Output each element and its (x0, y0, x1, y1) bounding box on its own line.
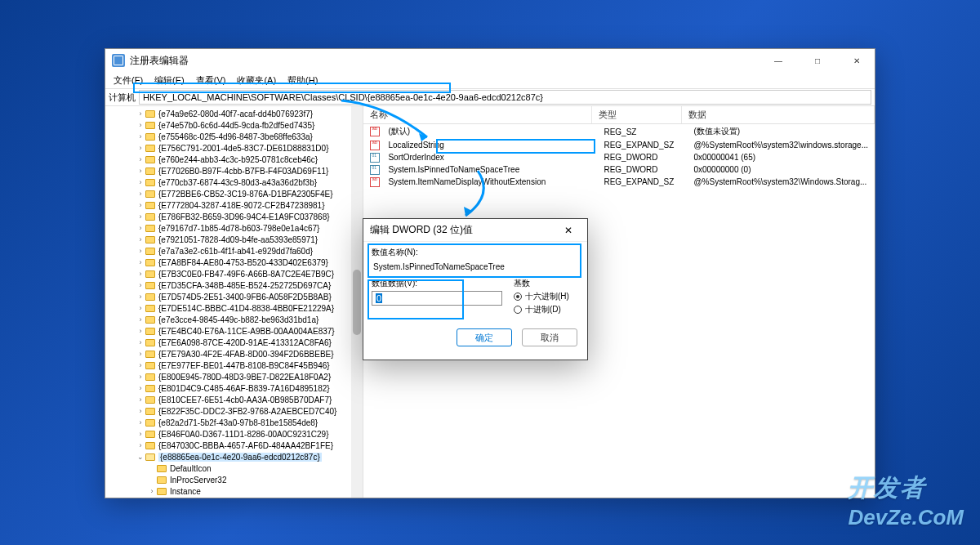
value-row[interactable]: (默认)REG_SZ(数值未设置) (363, 124, 875, 139)
close-button[interactable]: ✕ (845, 56, 868, 65)
chevron-icon[interactable]: › (136, 441, 145, 449)
tree-item[interactable]: ›{E847030C-BBBA-4657-AF6D-484AA42BF1FE} (105, 440, 363, 451)
chevron-icon[interactable]: › (136, 407, 145, 415)
minimize-button[interactable]: — (767, 56, 790, 65)
values-header: 名称 类型 数据 (363, 106, 875, 124)
chevron-icon[interactable]: › (136, 178, 145, 186)
chevron-icon[interactable]: › (136, 338, 145, 346)
tree-item[interactable]: ›{E7E6A098-87CE-420D-91AE-413312AC8FA6} (105, 337, 363, 348)
value-data-label: 数值数据(V): (372, 278, 502, 289)
chevron-icon[interactable]: › (136, 258, 145, 266)
chevron-icon[interactable]: › (136, 155, 145, 163)
tree-item[interactable]: ›{E7D574D5-2E51-3400-9FB6-A058F2D5B8AB} (105, 291, 363, 302)
tree-item[interactable]: ›{e7a7a3e2-c61b-4f1f-ab41-e929dd7fa60d} (105, 245, 363, 257)
chevron-icon[interactable]: › (136, 224, 145, 232)
tree-item[interactable]: ›{e7e3cce4-9845-449c-b882-be963d31bd1a} (105, 314, 363, 325)
tree-item[interactable]: DefaultIcon (105, 462, 363, 474)
tree-item[interactable]: ›Instance (105, 485, 363, 497)
chevron-icon[interactable]: › (136, 304, 145, 312)
tree-item-selected[interactable]: ⌄{e88865ea-0e1c-4e20-9aa6-edcd0212c87c} (105, 451, 363, 462)
value-data-input[interactable]: 0 (372, 291, 502, 306)
radio-hex[interactable]: 十六进制(H) (514, 291, 579, 302)
chevron-icon[interactable]: › (136, 327, 145, 335)
cancel-button[interactable]: 取消 (522, 328, 577, 346)
tree-item-label: {e760e244-abb3-4c3c-b925-0781c8ceb46c} (158, 155, 318, 164)
menu-favorites[interactable]: 收藏夹(A) (234, 73, 279, 88)
folder-icon (145, 282, 155, 289)
tree-pane[interactable]: ›{e74a9e62-080d-40f7-acaf-dd4b076923f7}›… (105, 106, 363, 498)
tree-item[interactable]: ›{E810CEE7-6E51-4cb0-AA3A-0B985B70DAF7} (105, 394, 363, 405)
col-data[interactable]: 数据 (682, 106, 875, 123)
value-row[interactable]: System.ItemNameDisplayWithoutExtensionRE… (363, 176, 875, 188)
value-row[interactable]: LocalizedStringREG_EXPAND_SZ@%SystemRoot… (363, 139, 875, 151)
chevron-icon[interactable]: › (136, 121, 145, 129)
chevron-icon[interactable]: › (136, 132, 145, 141)
chevron-icon[interactable]: › (136, 270, 145, 278)
tree-item[interactable]: ›{E7772804-3287-418E-9072-CF2B47238981} (105, 199, 363, 211)
tree-item[interactable]: ›{E801D4C9-C485-46AF-B839-7A16D4895182} (105, 382, 363, 394)
edit-dword-dialog: 编辑 DWORD (32 位)值 ✕ 数值名称(N): System.IsPin… (363, 218, 588, 360)
chevron-icon[interactable]: › (136, 144, 145, 152)
tree-item[interactable]: InProcServer32 (105, 474, 363, 485)
col-name[interactable]: 名称 (363, 106, 592, 123)
chevron-icon[interactable]: › (136, 350, 145, 358)
chevron-icon[interactable]: › (136, 361, 145, 369)
chevron-icon[interactable]: › (136, 293, 145, 301)
radio-dec[interactable]: 十进制(D) (514, 304, 579, 315)
chevron-icon[interactable]: › (136, 384, 145, 392)
chevron-icon[interactable]: › (136, 201, 145, 209)
chevron-icon[interactable]: › (136, 395, 145, 404)
chevron-icon[interactable]: › (136, 373, 145, 381)
tree-item[interactable]: ›{E800E945-780D-48D3-9BE7-D822EA18F0A2} (105, 371, 363, 382)
value-row[interactable]: System.IsPinnedToNameSpaceTreeREG_DWORD0… (363, 163, 875, 176)
tree-item[interactable]: ›{e79167d7-1b85-4d78-b603-798e0e1a4c67} (105, 222, 363, 234)
chevron-icon[interactable]: › (136, 109, 145, 118)
tree-item[interactable]: ›{E7E4BC40-E76A-11CE-A9BB-00AA004AE837} (105, 325, 363, 337)
chevron-icon[interactable]: › (136, 281, 145, 289)
folder-icon (157, 488, 167, 495)
chevron-icon[interactable]: › (136, 418, 145, 427)
maximize-button[interactable]: □ (806, 56, 829, 65)
menu-file[interactable]: 文件(F) (110, 73, 146, 88)
chevron-icon[interactable]: › (136, 430, 145, 438)
tree-item[interactable]: ›{e82a2d71-5b2f-43a0-97b8-81be15854de8} (105, 417, 363, 428)
col-type[interactable]: 类型 (592, 106, 682, 123)
tree-scrollbar[interactable] (351, 106, 363, 498)
value-row[interactable]: SortOrderIndexREG_DWORD0x00000041 (65) (363, 151, 875, 163)
tree-item[interactable]: ›{e74e57b0-6c6d-44d5-9cda-fb2df5ed7435} (105, 119, 363, 131)
ok-button[interactable]: 确定 (457, 328, 512, 346)
tree-item[interactable]: ›{E772BBE6-CB52-3C19-876A-D1BFA2305F4E} (105, 188, 363, 199)
menu-help[interactable]: 帮助(H) (284, 73, 321, 88)
chevron-icon[interactable]: ⌄ (136, 453, 145, 461)
chevron-icon[interactable]: › (136, 315, 145, 324)
tree-item[interactable]: ›{e770cb37-6874-43c9-80d3-a43a36d2bf3b} (105, 176, 363, 188)
address-path[interactable]: HKEY_LOCAL_MACHINE\SOFTWARE\Classes\CLSI… (139, 90, 871, 105)
chevron-icon[interactable]: › (136, 247, 145, 255)
tree-item[interactable]: ›{E7D35CFA-348B-485E-B524-252725D697CA} (105, 279, 363, 291)
tree-item[interactable]: ›{e7921051-7828-4d09-b4fe-aa5393e85971} (105, 234, 363, 245)
menu-edit[interactable]: 编辑(E) (151, 73, 188, 88)
tree-item[interactable]: ›{E786FB32-B659-3D96-94C4-E1A9FC037868} (105, 211, 363, 222)
chevron-icon[interactable]: › (136, 235, 145, 243)
tree-item[interactable]: ›{E846F0A0-D367-11D1-8286-00A0C9231C29} (105, 428, 363, 440)
chevron-icon[interactable]: › (148, 487, 156, 495)
tree-item[interactable]: ›{E7B3C0E0-FB47-49F6-A66B-8A7C2E4E7B9C} (105, 268, 363, 279)
tree-item[interactable]: ›{E756C791-2001-4de5-83C7-DE61D88831D0} (105, 142, 363, 154)
tree-item[interactable]: ShellFolder (105, 497, 363, 498)
chevron-icon[interactable]: › (136, 167, 145, 175)
chevron-icon[interactable]: › (136, 190, 145, 198)
tree-item[interactable]: ›{E77026B0-B97F-4cbb-B7FB-F4F03AD69F11} (105, 165, 363, 176)
menu-view[interactable]: 查看(V) (193, 73, 229, 88)
folder-icon (145, 293, 155, 301)
tree-item[interactable]: ›{e755468c-02f5-4d96-8487-3be68ffe633a} (105, 131, 363, 142)
tree-item[interactable]: ›{E7DE514C-BBBC-41D4-8838-4BB0FE21229A} (105, 302, 363, 314)
chevron-icon[interactable]: › (136, 212, 145, 221)
scrollbar-thumb[interactable] (353, 270, 361, 335)
tree-item[interactable]: ›{E7E977EF-BE01-447B-8108-B9C84F45B946} (105, 360, 363, 371)
tree-item[interactable]: ›{e74a9e62-080d-40f7-acaf-dd4b076923f7} (105, 108, 363, 119)
dialog-close-button[interactable]: ✕ (556, 225, 581, 236)
tree-item[interactable]: ›{e760e244-abb3-4c3c-b925-0781c8ceb46c} (105, 154, 363, 165)
tree-item[interactable]: ›{E822F35C-DDC2-3FB2-9768-A2AEBCED7C40} (105, 405, 363, 417)
tree-item[interactable]: ›{E7E79A30-4F2E-4FAB-8D00-394F2D6BBEBE} (105, 348, 363, 360)
tree-item[interactable]: ›{E7A8BF84-AE80-4753-B520-433D402E6379} (105, 257, 363, 268)
